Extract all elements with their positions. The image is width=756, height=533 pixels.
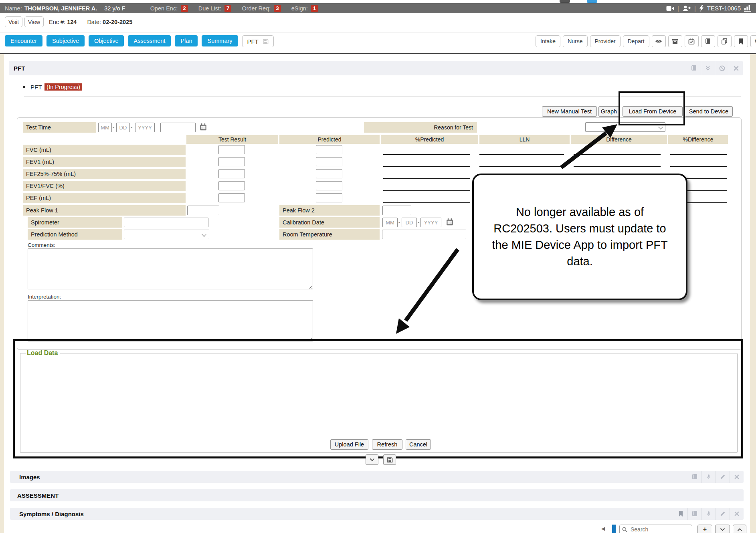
predicted-input[interactable] [316, 157, 342, 166]
print-book-icon[interactable] [688, 471, 701, 483]
calibration-month-input[interactable] [382, 218, 398, 227]
symptoms-diagnosis-section-header: Symptoms / Diagnosis [10, 508, 744, 520]
expand-button[interactable] [733, 525, 746, 533]
test-day-input[interactable] [116, 123, 130, 132]
predicted-input[interactable] [316, 193, 342, 202]
save-icon[interactable] [263, 38, 269, 44]
test-month-input[interactable] [98, 123, 112, 132]
test-result-input[interactable] [218, 145, 245, 154]
collapse-section-button[interactable] [366, 454, 378, 465]
esign-badge[interactable]: 1 [311, 5, 318, 12]
value-underline [383, 190, 470, 191]
tab-subjective[interactable]: Subjective [46, 35, 85, 46]
collapse-double-chevron-icon[interactable] [701, 61, 715, 75]
test-result-input[interactable] [218, 181, 245, 190]
due-list-badge[interactable]: 7 [224, 5, 232, 12]
close-icon[interactable] [730, 508, 744, 520]
tab-plan[interactable]: Plan [175, 35, 198, 46]
intake-button[interactable]: Intake [536, 35, 560, 47]
tab-pft-document[interactable]: PFT [242, 35, 274, 47]
tab-assessment[interactable]: Assessment [128, 35, 171, 46]
scroll-left-icon[interactable]: ◀ [601, 526, 605, 531]
tab-encounter[interactable]: Encounter [5, 35, 42, 46]
interpretation-label: Interpretation: [28, 294, 61, 300]
predicted-input[interactable] [316, 145, 342, 154]
test-result-input[interactable] [218, 193, 245, 202]
counter-esign[interactable]: eSign: 1 [291, 5, 318, 12]
calibration-date-label: Calibration Date [279, 217, 380, 228]
edit-pencil-icon[interactable] [716, 508, 730, 520]
print-book-icon[interactable] [687, 61, 701, 75]
edit-pencil-icon[interactable] [716, 471, 730, 483]
graph-button[interactable]: Graph [598, 106, 619, 117]
depart-button[interactable]: Depart [623, 35, 649, 47]
add-person-icon[interactable] [682, 5, 691, 12]
predicted-input[interactable] [316, 169, 342, 178]
page-edge-right [750, 54, 756, 533]
upload-file-button[interactable]: Upload File [330, 439, 368, 450]
collapse-button[interactable] [715, 525, 730, 533]
disable-icon[interactable] [715, 61, 729, 75]
test-result-input[interactable] [218, 169, 245, 178]
divider: | [674, 5, 682, 12]
search-input[interactable] [630, 526, 689, 533]
calibration-year-input[interactable] [420, 218, 441, 227]
section-title: PFT [9, 65, 25, 72]
test-time-input[interactable] [160, 123, 196, 132]
tab-objective[interactable]: Objective [89, 35, 124, 46]
value-underline [479, 154, 564, 155]
chart-icon[interactable] [744, 5, 751, 12]
book-icon[interactable] [701, 35, 715, 47]
lightning-icon[interactable] [699, 5, 704, 12]
save-section-button[interactable] [383, 454, 396, 465]
close-icon[interactable] [730, 471, 744, 483]
calendar-picker-icon[interactable] [446, 218, 454, 226]
counter-due-list[interactable]: Due List: 7 [198, 5, 232, 12]
microphone-icon[interactable] [701, 508, 716, 520]
bookmark-icon[interactable] [674, 508, 687, 520]
open-enc-badge[interactable]: 2 [181, 5, 188, 12]
interpretation-textarea[interactable] [28, 300, 313, 341]
predicted-input[interactable] [316, 181, 342, 190]
scroll-indicator[interactable] [612, 525, 616, 533]
calibration-day-input[interactable] [402, 218, 417, 227]
new-manual-test-button[interactable]: New Manual Test [542, 106, 597, 117]
video-call-icon[interactable] [666, 6, 674, 11]
print-book-icon[interactable] [687, 508, 701, 520]
date-dash: - [398, 217, 400, 228]
cancel-button[interactable]: Cancel [406, 439, 431, 450]
send-to-device-button[interactable]: Send to Device [685, 106, 733, 117]
chevron-down-icon [202, 232, 206, 236]
close-icon[interactable] [729, 61, 743, 75]
search-box[interactable] [619, 525, 692, 533]
spirometer-input[interactable] [124, 218, 208, 227]
tab-summary[interactable]: Summary [202, 35, 238, 46]
provider-button[interactable]: Provider [590, 35, 621, 47]
peak-flow2-input[interactable] [382, 206, 411, 215]
test-result-input[interactable] [218, 157, 245, 166]
peak-flow1-input[interactable] [187, 206, 219, 215]
preview-eye-icon[interactable] [652, 35, 666, 47]
settings-gears-icon[interactable]: ⚙ ⚙ [750, 35, 756, 47]
inbox-icon[interactable] [668, 35, 682, 47]
counter-open-enc[interactable]: Open Enc: 2 [150, 5, 188, 12]
calendar-check-icon[interactable] [685, 35, 699, 47]
order-req-badge[interactable]: 3 [274, 5, 281, 12]
nurse-button[interactable]: Nurse [563, 35, 587, 47]
test-year-input[interactable] [135, 123, 155, 132]
refresh-button[interactable]: Refresh [372, 439, 402, 450]
visit-tab[interactable]: Visit [5, 16, 22, 27]
add-button[interactable]: + [697, 525, 712, 533]
calendar-picker-icon[interactable] [199, 123, 207, 131]
counter-order-req[interactable]: Order Req: 3 [242, 5, 281, 12]
bookmark-icon[interactable] [734, 35, 748, 47]
encounter-info: Enc #: 124 Date: 02-20-2025 [49, 19, 132, 25]
pft-document-link[interactable]: PFT [30, 84, 42, 91]
images-section-header: Images [10, 471, 744, 483]
view-tab[interactable]: View [24, 16, 44, 27]
microphone-icon[interactable] [701, 471, 716, 483]
copy-pages-icon[interactable] [718, 35, 732, 47]
room-temperature-input[interactable] [382, 230, 466, 239]
comments-textarea[interactable] [28, 248, 313, 289]
prediction-method-select[interactable] [124, 230, 209, 239]
